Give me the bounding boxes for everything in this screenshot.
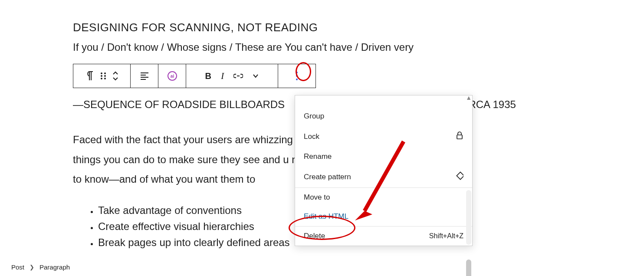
scroll-up-arrow-icon[interactable]: ▲ bbox=[466, 94, 472, 101]
svg-point-5 bbox=[104, 78, 106, 79]
menu-scrollbar[interactable] bbox=[466, 190, 471, 245]
menu-item-move-to[interactable]: Move to bbox=[295, 188, 472, 207]
align-icon[interactable] bbox=[141, 72, 148, 80]
options-kebab-icon[interactable] bbox=[296, 71, 298, 81]
block-toolbar: ai B I bbox=[73, 64, 316, 88]
svg-point-10 bbox=[296, 79, 298, 80]
menu-item-group[interactable]: Group bbox=[295, 107, 472, 126]
svg-point-8 bbox=[296, 72, 298, 73]
bold-button[interactable]: B bbox=[205, 71, 211, 81]
svg-point-2 bbox=[101, 75, 102, 77]
shortcut-label: Shift+Alt+Z bbox=[429, 232, 463, 240]
svg-rect-12 bbox=[457, 172, 463, 180]
move-up-down-icon[interactable] bbox=[112, 71, 118, 81]
svg-point-3 bbox=[104, 75, 106, 77]
paragraph-block-icon[interactable] bbox=[85, 71, 94, 81]
menu-item-edit-html[interactable]: Edit as HTML bbox=[295, 207, 472, 226]
ai-assist-icon[interactable]: ai bbox=[167, 71, 177, 81]
link-button[interactable] bbox=[233, 73, 243, 79]
breadcrumb-root[interactable]: Post bbox=[11, 263, 24, 271]
svg-point-0 bbox=[101, 72, 102, 74]
svg-point-1 bbox=[104, 72, 106, 74]
svg-point-4 bbox=[101, 78, 102, 79]
svg-point-9 bbox=[296, 75, 298, 77]
menu-item-lock[interactable]: Lock bbox=[295, 126, 472, 147]
section-heading: DESIGNING FOR SCANNING, NOT READING bbox=[73, 21, 571, 34]
more-rich-text-icon[interactable] bbox=[253, 74, 259, 78]
lock-icon bbox=[456, 131, 463, 142]
section-subheading: If you / Don't know / Whose signs / Thes… bbox=[73, 41, 571, 53]
diamond-icon bbox=[455, 171, 463, 182]
drag-handle-icon[interactable] bbox=[100, 72, 106, 80]
breadcrumb-current[interactable]: Paragraph bbox=[39, 263, 70, 271]
menu-item-create-pattern[interactable]: Create pattern bbox=[295, 166, 472, 187]
breadcrumb: Post ❯ Paragraph bbox=[11, 263, 70, 271]
menu-item-rename[interactable]: Rename bbox=[295, 147, 472, 166]
italic-button[interactable]: I bbox=[221, 70, 224, 82]
chevron-right-icon: ❯ bbox=[30, 264, 34, 270]
svg-rect-11 bbox=[457, 135, 462, 139]
block-options-menu: Group Lock Rename Create pattern Move to… bbox=[295, 95, 473, 246]
scroll-thumb[interactable] bbox=[466, 260, 471, 276]
svg-text:ai: ai bbox=[170, 74, 174, 79]
menu-item-delete[interactable]: Delete Shift+Alt+Z bbox=[295, 227, 472, 246]
body-paragraph[interactable]: Faced with the fact that your users are … bbox=[73, 130, 316, 189]
